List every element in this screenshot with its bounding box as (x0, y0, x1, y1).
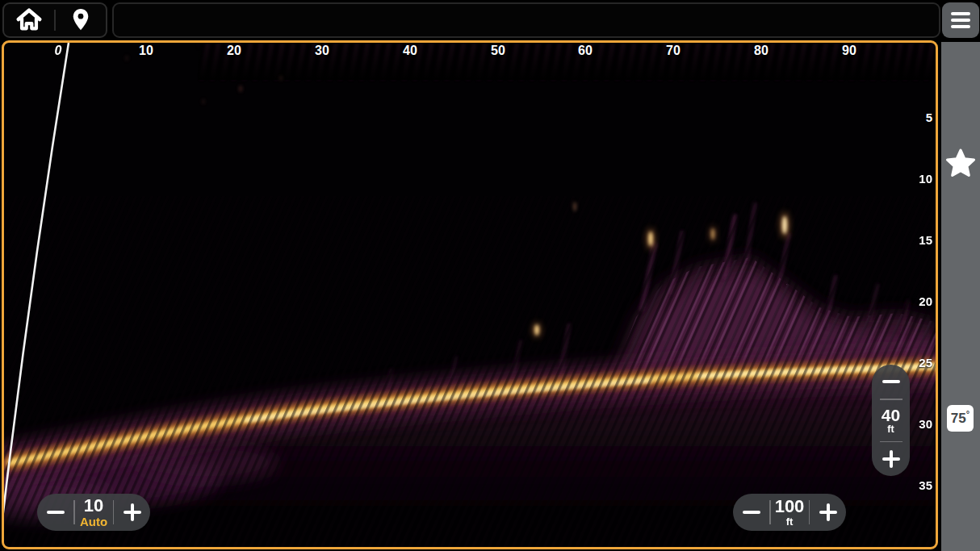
degree-symbol: ° (966, 409, 970, 419)
ruler-label: 90 (831, 44, 867, 58)
ruler-label: 70 (655, 44, 691, 58)
minus-icon (882, 380, 900, 383)
zoom-depth-value: 40 (882, 407, 900, 424)
range-value: 100 ft (771, 498, 809, 527)
ruler-label: 30 (304, 44, 340, 58)
hamburger-menu-icon (951, 12, 970, 28)
sonar-imagery (4, 43, 936, 547)
zoom-out-button[interactable] (872, 365, 910, 399)
home-button[interactable] (4, 4, 54, 36)
depth-label: 10 (905, 172, 932, 186)
range-number: 100 (775, 498, 805, 516)
plus-icon (124, 503, 141, 521)
sensitivity-number: 10 (84, 497, 103, 515)
plus-icon (819, 503, 837, 521)
temperature-badge[interactable]: 75° (947, 405, 974, 432)
star-icon (945, 148, 976, 181)
ruler-label: 20 (216, 44, 252, 58)
sensitivity-mode: Auto (80, 516, 107, 528)
depth-label: 20 (905, 294, 932, 308)
ruler-label: 10 (128, 44, 164, 58)
ruler-label: 0 (40, 44, 76, 58)
nav-button-group (2, 2, 107, 38)
minus-icon (743, 511, 760, 514)
ruler-label: 40 (392, 44, 428, 58)
favorites-button[interactable] (944, 148, 977, 180)
sensitivity-decrease-button[interactable] (37, 494, 73, 531)
ruler-label: 80 (743, 44, 779, 58)
top-bar (0, 0, 980, 40)
ruler-label: 60 (567, 44, 603, 58)
sensitivity-control: 10 Auto (37, 494, 150, 531)
ruler-label: 50 (480, 44, 516, 58)
plus-icon (882, 450, 900, 468)
sonar-pane[interactable]: 0 10 20 30 40 50 60 70 80 90 5 10 15 20 … (2, 40, 938, 549)
zoom-depth-unit: ft (887, 424, 894, 435)
range-increase-button[interactable] (810, 494, 846, 531)
zoom-in-button[interactable] (872, 442, 910, 476)
depth-label: 5 (905, 111, 932, 124)
minus-icon (47, 511, 65, 514)
sidebar: 75° (941, 42, 980, 551)
depth-zoom-control: 40 ft (872, 365, 910, 476)
temperature-value: 75 (951, 411, 966, 427)
depth-label: 35 (905, 478, 932, 492)
range-decrease-button[interactable] (733, 494, 769, 531)
info-bar (112, 2, 940, 38)
sensitivity-value: 10 Auto (75, 497, 113, 528)
range-control: 100 ft (733, 494, 846, 531)
zoom-value: 40 ft (882, 400, 900, 441)
range-unit: ft (786, 516, 794, 527)
home-icon (15, 6, 43, 35)
waypoint-button[interactable] (56, 4, 106, 36)
menu-button[interactable] (942, 2, 979, 38)
location-pin-icon (69, 6, 93, 35)
depth-label: 15 (905, 233, 932, 247)
sensitivity-increase-button[interactable] (114, 494, 150, 531)
